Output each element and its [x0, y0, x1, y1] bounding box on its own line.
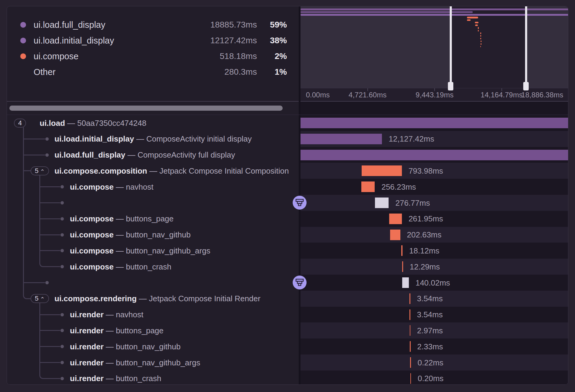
span-tree-label: ui.compose — button_crash [70, 262, 171, 271]
legend-span-name: Other [34, 67, 56, 77]
span-duration-row[interactable]: 0.20ms [301, 371, 568, 385]
span-bar[interactable] [409, 293, 410, 304]
trace-minimap[interactable]: 0.00ms4,721.60ms9,443.19ms14,164.79ms18,… [301, 6, 568, 101]
tree-connector-line [23, 170, 31, 171]
span-tree-label: ui.render — button_crash [70, 374, 161, 383]
span-count-badge[interactable]: 5⌃ [31, 166, 49, 175]
span-bar[interactable] [301, 118, 568, 128]
tree-row[interactable]: ui.render — button_crash [7, 371, 299, 385]
legend-span-duration: 280.3ms [225, 67, 257, 77]
span-bar[interactable] [301, 134, 382, 144]
tree-connector-line [40, 218, 60, 219]
legend-span-percent: 59% [270, 20, 287, 30]
span-duration-label: 3.54ms [417, 294, 443, 303]
span-tree-label: ui.render — navhost [70, 310, 143, 319]
span-bar[interactable] [410, 341, 411, 352]
span-tree-label: ui.compose — buttons_page [70, 214, 174, 224]
minimap-compose-span [475, 22, 478, 23]
span-op-name: ui.load.full_display [54, 150, 125, 159]
span-bar[interactable] [362, 165, 402, 176]
span-duration-row[interactable]: 276.77ms [301, 195, 568, 211]
span-duration-row[interactable]: 2.33ms [301, 338, 568, 354]
span-bar[interactable] [390, 230, 400, 240]
span-duration-row[interactable]: 793.98ms [301, 163, 568, 179]
span-op-name: ui.compose [70, 182, 113, 191]
chevron-up-icon: ⌃ [40, 298, 45, 301]
span-duration-row[interactable] [301, 115, 568, 131]
minimap-compose-span [481, 43, 481, 45]
badge-count: 5 [35, 167, 38, 175]
span-duration-row[interactable]: 140.02ms [301, 275, 568, 291]
span-description: — ComposeActivity full display [125, 150, 235, 159]
tree-row[interactable]: 5⌃ui.compose.rendering — Jetpack Compose… [7, 291, 299, 307]
span-op-name: ui.compose [70, 230, 113, 239]
span-duration-label: 2.97ms [417, 326, 443, 335]
span-duration-row[interactable]: 3.54ms [301, 307, 568, 323]
minimap-compose-span [480, 32, 481, 34]
span-duration-row[interactable]: 3.54ms [301, 291, 568, 307]
span-duration-row[interactable]: 12.29ms [301, 259, 568, 275]
tree-node-dot [45, 281, 49, 284]
tree-connector-line [23, 127, 24, 294]
span-duration-label: 202.63ms [407, 230, 442, 240]
tree-row[interactable]: 5⌃ui.compose.composition — Jetpack Compo… [7, 163, 299, 179]
chevron-up-icon: ⌃ [40, 170, 45, 173]
minimap-compose-span [467, 19, 471, 21]
tree-connector-line [44, 266, 61, 267]
span-description: — button_nav_github_args [113, 246, 210, 255]
span-description: — Jetpack Compose Initial Composition [147, 166, 289, 175]
span-count-badge[interactable]: 5⌃ [31, 294, 49, 303]
tree-row[interactable]: ui.load.full_display — ComposeActivity f… [7, 147, 299, 163]
minimap-handle-right-grip[interactable] [523, 82, 529, 90]
span-bar[interactable] [361, 181, 375, 192]
span-bar[interactable] [301, 150, 568, 160]
minimap-compose-span [480, 38, 481, 39]
span-duration-row[interactable]: 12,127.42ms [301, 131, 568, 147]
legend-color-dot [20, 54, 26, 59]
span-bar[interactable] [410, 357, 411, 368]
minimap-handle-left[interactable] [450, 6, 452, 88]
legend-span-percent: 2% [275, 51, 287, 61]
tree-connector-line [40, 234, 60, 235]
span-bar[interactable] [389, 214, 402, 224]
span-bar[interactable] [375, 198, 389, 208]
span-description: — ComposeActivity initial display [134, 134, 252, 143]
span-duration-row[interactable]: 18.12ms [301, 243, 568, 259]
span-op-name: ui.load [40, 118, 65, 127]
horizontal-scrollbar[interactable] [9, 106, 283, 111]
span-duration-row[interactable]: 2.97ms [301, 322, 568, 338]
tree-node-dot [61, 329, 64, 332]
span-duration-label: 0.22ms [418, 358, 443, 367]
span-bar[interactable] [402, 277, 409, 288]
span-count-badge[interactable]: 4 [14, 119, 26, 128]
rows-top-separator [7, 115, 568, 115]
tree-node-dot [61, 249, 64, 252]
span-op-name: ui.load.initial_display [54, 134, 134, 143]
span-op-name: ui.render [70, 326, 104, 335]
span-duration-row[interactable]: 0.22ms [301, 354, 568, 371]
span-duration-label: 256.23ms [381, 182, 416, 191]
span-op-name: ui.compose.rendering [54, 294, 137, 303]
span-duration-row[interactable]: 256.23ms [301, 179, 568, 195]
tree-row[interactable]: ui.load.initial_display — ComposeActivit… [7, 131, 299, 147]
legend-span-name: ui.load.full_display [34, 20, 105, 30]
span-duration-row[interactable]: 261.95ms [301, 211, 568, 227]
span-bar[interactable] [402, 261, 403, 272]
badge-count: 4 [18, 119, 22, 127]
span-bar[interactable] [410, 325, 411, 336]
tree-row[interactable]: 4ui.load — 50aa7350cc474248 [7, 115, 299, 131]
minimap-handle-left-grip[interactable] [448, 82, 453, 90]
minimap-handle-right[interactable] [525, 6, 527, 88]
tree-connector-line [23, 139, 45, 139]
span-bar[interactable] [410, 373, 411, 384]
axis-label: 4,721.60ms [349, 91, 386, 99]
span-duration-row[interactable]: 202.63ms [301, 227, 568, 243]
legend-item: ui.load.initial_display12127.42ms38% [7, 34, 292, 47]
span-bar[interactable] [401, 245, 402, 256]
span-duration-row[interactable] [301, 147, 568, 163]
minimap-unselected-right [526, 6, 568, 88]
minimap-bands-area[interactable] [301, 6, 568, 88]
tree-row-blank[interactable] [7, 275, 299, 291]
tree-connector-line [27, 298, 31, 299]
span-bar[interactable] [409, 309, 410, 320]
